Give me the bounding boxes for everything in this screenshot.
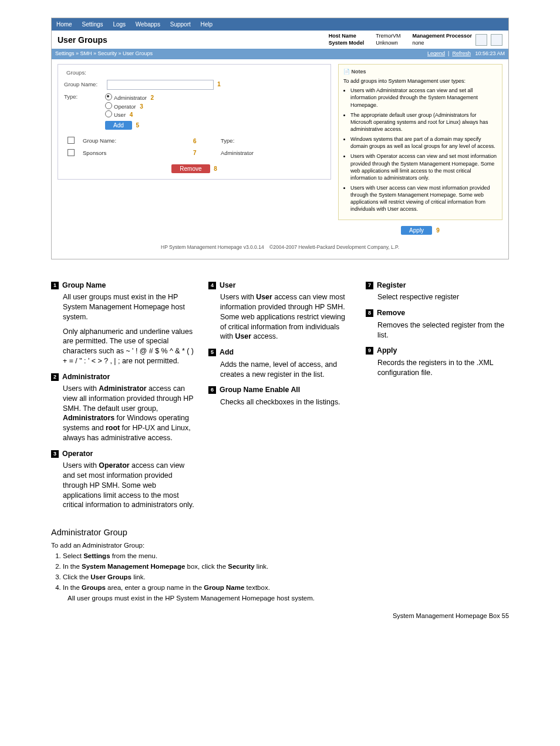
radio-user[interactable] <box>105 110 112 117</box>
page-footer: System Management Homepage Box 55 <box>51 612 509 619</box>
admin-group-steps: Select Settings from the menu. In the Sy… <box>63 552 509 591</box>
col-group-name: Group Name: <box>80 136 187 146</box>
header-meta: Host NameSystem Model TremorVMUnknown Ma… <box>329 33 472 46</box>
add-button[interactable]: Add <box>105 121 132 130</box>
menu-home[interactable]: Home <box>56 21 72 28</box>
grid-icon[interactable] <box>491 34 502 46</box>
callout-1: 1 <box>217 81 221 87</box>
row-checkbox[interactable] <box>68 149 75 156</box>
type-label: Type: <box>64 93 105 130</box>
page-title: User Groups <box>58 35 325 45</box>
definitions: 1Group Name All user groups must exist i… <box>51 275 509 515</box>
table-row: Sponsors 7 Administrator <box>65 148 323 158</box>
groups-table: Group Name: 6 Type: Sponsors 7 Administr… <box>64 134 325 160</box>
groups-fieldset: Groups: Group Name: 1 Type: Administrato… <box>58 64 331 180</box>
radio-administrator[interactable] <box>105 93 112 100</box>
breadcrumb[interactable]: Settings » SMH » Security » User Groups <box>55 50 153 56</box>
app-footer: HP System Management Homepage v3.0.0.14 … <box>58 244 502 251</box>
remove-button[interactable]: Remove <box>171 164 210 173</box>
group-name-label: Group Name: <box>64 81 105 88</box>
header-checkbox[interactable] <box>68 137 75 144</box>
apply-button[interactable]: Apply <box>401 226 432 235</box>
toolbar: Settings » SMH » Security » User Groups … <box>52 49 508 59</box>
refresh-link[interactable]: Refresh <box>452 50 471 56</box>
menu-support[interactable]: Support <box>170 21 191 28</box>
radio-operator[interactable] <box>105 102 112 109</box>
notes-box: 📄 Notes To add groups into System Manage… <box>338 64 502 220</box>
print-icon[interactable] <box>475 34 487 46</box>
admin-group-heading: Administrator Group <box>51 528 509 537</box>
app-screenshot: Home Settings Logs Webapps Support Help … <box>51 18 509 259</box>
admin-group-intro: To add an Administrator Group: <box>51 542 509 549</box>
groups-legend: Groups: <box>64 69 89 76</box>
menu-settings[interactable]: Settings <box>82 21 103 28</box>
menu-webapps[interactable]: Webapps <box>136 21 160 28</box>
menu-help[interactable]: Help <box>201 21 213 28</box>
admin-group-note: All user groups must exist in the HP Sys… <box>68 595 509 602</box>
menubar: Home Settings Logs Webapps Support Help <box>52 18 508 31</box>
menu-logs[interactable]: Logs <box>113 21 126 28</box>
clock: 10:56:23 AM <box>475 50 505 56</box>
legend-link[interactable]: Legend <box>427 50 445 56</box>
group-name-input[interactable] <box>107 80 214 90</box>
col-type: Type: <box>218 136 323 146</box>
